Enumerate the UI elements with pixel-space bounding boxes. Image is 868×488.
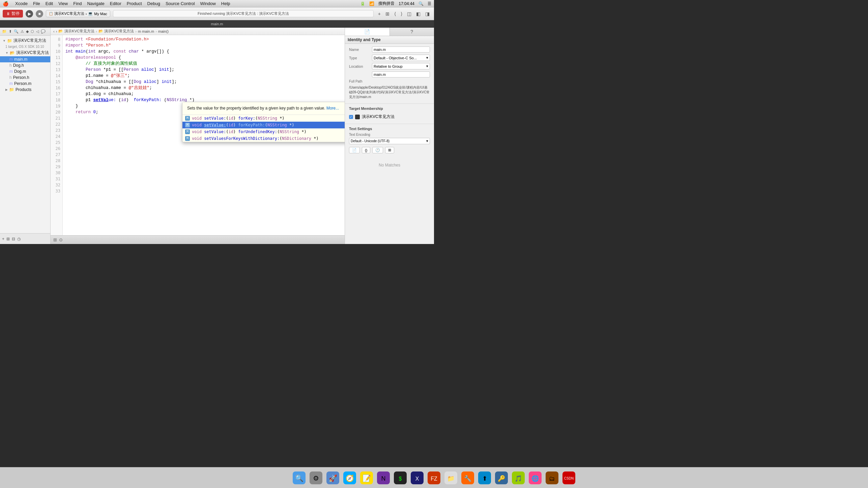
menu-file[interactable]: File	[33, 1, 40, 6]
sidebar-bottom: + ⊞ ⊟ ◷	[0, 233, 50, 244]
root-icon: 📁	[7, 38, 12, 43]
control-center-icon[interactable]: ☰	[428, 1, 431, 6]
text-encoding-label: Text Encoding	[349, 133, 430, 136]
grid-btn[interactable]: ⊞	[385, 147, 394, 153]
breadcrumb-file[interactable]: m main.m	[138, 29, 154, 33]
pause-button[interactable]: ⏸ 暂停	[3, 10, 23, 18]
inspector-tab-bar: 📄 ?	[345, 28, 434, 36]
diff-icon[interactable]: ⊟	[12, 237, 15, 241]
breadcrumb-icon-folder: 📂	[58, 29, 63, 33]
tree-item-main[interactable]: m main.m	[0, 56, 50, 62]
run-button[interactable]: ▶	[26, 10, 33, 18]
history-icon[interactable]: ◷	[17, 237, 21, 241]
menu-editor[interactable]: Editor	[110, 1, 121, 6]
tree-item-dog-h[interactable]: h Dog.h	[0, 62, 50, 68]
document-btn[interactable]: 📄	[349, 147, 360, 153]
menu-source-control[interactable]: Source Control	[166, 1, 195, 6]
ac-item-3[interactable]: M void setValuesForKeysWithDictionary:(N…	[182, 135, 345, 142]
braces-btn[interactable]: {}	[362, 147, 370, 153]
breadcrumb-forward[interactable]: ›	[56, 29, 57, 33]
inspector-toggle-button[interactable]: ◨	[424, 10, 431, 17]
panel-toggle-button[interactable]: ◫	[405, 10, 413, 17]
menu-view[interactable]: View	[58, 1, 68, 6]
folder-nav-icon[interactable]: 📁	[2, 29, 7, 34]
search-nav-icon[interactable]: 🔍	[14, 29, 19, 34]
reports-nav-icon[interactable]: 💬	[41, 29, 46, 34]
tree-group[interactable]: ▼ 📂 演示KVC常见方法	[0, 49, 50, 56]
debug-nav-icon[interactable]: ⬡	[31, 29, 34, 34]
add-item-icon[interactable]: +	[2, 237, 4, 241]
ac-item-0[interactable]: M void setValue:(id) forKey:(NSString *)	[182, 115, 345, 122]
tree-item-person-m[interactable]: m Person.m	[0, 81, 50, 87]
target-icon	[355, 115, 360, 119]
text-settings-title: Text Settings	[349, 127, 430, 131]
clock-btn[interactable]: 🕐	[372, 147, 383, 153]
issues-nav-icon[interactable]: ⚠	[21, 29, 24, 34]
breakpoints-nav-icon[interactable]: ◁	[36, 29, 39, 34]
breadcrumb-file-icon: m	[138, 29, 141, 33]
code-line-11: int main(int argc, const char * argv[]) …	[65, 49, 342, 55]
menu-edit[interactable]: Edit	[46, 1, 53, 6]
code-line-10: #import "Person.h"	[65, 42, 342, 49]
autocomplete-more-link[interactable]: More...	[326, 106, 339, 111]
target-checkbox[interactable]: ✓	[349, 115, 353, 119]
menu-find[interactable]: Find	[73, 1, 82, 6]
tree-products[interactable]: ▶ 📁 Products	[0, 87, 50, 93]
filter-icon[interactable]: ⊞	[6, 237, 10, 241]
name-input[interactable]	[372, 47, 430, 53]
tree-item-dog-m[interactable]: m Dog.m	[0, 68, 50, 74]
inspector-location-row: Location Relative to Group ▾	[349, 63, 430, 69]
forward-button[interactable]: ⟩	[399, 10, 404, 17]
root-label: 演示KVC常见方法	[13, 38, 46, 43]
wifi-icon: 📶	[369, 1, 374, 6]
breadcrumb-back[interactable]: ‹	[53, 29, 55, 33]
stop-button[interactable]: ■	[36, 10, 43, 18]
menu-debug[interactable]: Debug	[147, 1, 160, 6]
toolbar: ⏸ 暂停 ▶ ■ 📋 演示KVC常见方法 › 💻 My Mac Finished…	[0, 7, 434, 20]
view-toggle-button[interactable]: ⊞	[384, 10, 391, 17]
breadcrumb-function[interactable]: main()	[158, 29, 169, 33]
ac-item-2[interactable]: M void setValue:(id) forUndefinedKey:(NS…	[182, 128, 345, 135]
location-select[interactable]: Relative to Group ▾	[372, 63, 430, 69]
encoding-arrow: ▾	[426, 139, 428, 143]
main-file-label: main.m	[14, 57, 27, 62]
ac-item-1[interactable]: M void setValue:(id) forKeyPath:(NSStrin…	[182, 122, 345, 128]
input-method[interactable]: 搜狗拼音	[378, 1, 395, 6]
spotlight-icon[interactable]: 🔍	[418, 1, 424, 6]
breadcrumb-project[interactable]: 演示KVC常见方法	[64, 29, 94, 34]
device-name: My Mac	[94, 12, 107, 16]
name-field-input[interactable]	[372, 71, 430, 78]
menu-navigate[interactable]: Navigate	[87, 1, 104, 6]
menu-xcode[interactable]: Xcode	[15, 1, 28, 6]
tab-main-m[interactable]: main.m	[207, 22, 227, 26]
menu-window[interactable]: Window	[200, 1, 216, 6]
inspector-tab-help[interactable]: ?	[390, 28, 434, 36]
inspector-identity-section: Name Type Default - Objective-C So... ▾ …	[345, 44, 434, 104]
type-select[interactable]: Default - Objective-C So... ▾	[372, 55, 430, 61]
toolbar-right: + ⊞ ⟨ ⟩ ◫ ◧ ◨	[376, 10, 431, 17]
menu-product[interactable]: Product	[127, 1, 142, 6]
menu-help[interactable]: Help	[221, 1, 230, 6]
tab-bar: main.m	[0, 20, 434, 28]
code-line-16: p1.name = @"张三";	[65, 73, 342, 79]
tree-item-person-h[interactable]: h Person.h	[0, 74, 50, 81]
tree-root[interactable]: ▼ 📁 演示KVC常见方法	[0, 37, 50, 44]
scheme-selector[interactable]: 📋 演示KVC常见方法 › 💻 My Mac	[46, 10, 110, 17]
text-encoding-select[interactable]: Default - Unicode (UTF-8) ▾	[349, 138, 430, 144]
sidebar-toggle-button[interactable]: ◧	[414, 10, 422, 17]
back-button[interactable]: ⟨	[393, 10, 398, 17]
inspector-header: Identity and Type	[345, 36, 434, 44]
main-file-icon: m	[9, 57, 13, 62]
inspector-tab-file[interactable]: 📄	[345, 28, 390, 36]
file-tab-icon: 📄	[364, 29, 370, 34]
source-control-nav-icon[interactable]: ⬆	[9, 29, 12, 34]
apple-menu[interactable]: 🍎	[3, 1, 8, 6]
record-icon[interactable]: ⊙	[59, 237, 63, 242]
tests-nav-icon[interactable]: ◆	[26, 29, 29, 34]
breadcrumb-group[interactable]: 📂 演示KVC常见方法	[98, 29, 134, 34]
grid-icon[interactable]: ⊞	[53, 237, 57, 242]
add-button[interactable]: +	[376, 10, 382, 17]
target-membership-title: Target Membership	[349, 106, 430, 111]
autocomplete-tooltip: Sets the value for the property identifi…	[182, 102, 345, 115]
no-matches: No Matches	[345, 156, 434, 174]
